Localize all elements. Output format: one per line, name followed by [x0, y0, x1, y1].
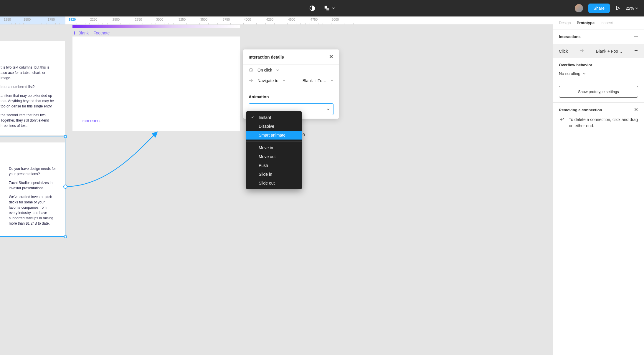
ruler-tick: 4250: [266, 18, 273, 21]
show-prototype-settings-button[interactable]: Show prototype settings: [559, 86, 638, 98]
frame-slide-1[interactable]: t is two text columns, but this is also …: [0, 41, 65, 135]
overflow-behavior-select[interactable]: No scrolling: [559, 71, 638, 76]
canvas[interactable]: t is two text columns, but this is also …: [0, 25, 553, 355]
ruler-tick: 2500: [113, 18, 120, 21]
chevron-down-icon: [332, 7, 335, 10]
slide-text: bout a numbered list?: [1, 84, 55, 89]
ruler-tick: 1500: [24, 18, 31, 21]
dropdown-item[interactable]: Dissolve: [246, 122, 302, 131]
dropdown-item[interactable]: Push: [246, 161, 302, 170]
destination-select[interactable]: Blank + Fo…: [303, 78, 333, 83]
zoom-control[interactable]: 22%: [626, 6, 638, 11]
interactions-title: Interactions: [559, 34, 581, 39]
slide-text: We've crafted investor pitch decks for s…: [9, 194, 56, 226]
delete-connection-icon: [559, 117, 565, 129]
share-button[interactable]: Share: [588, 4, 610, 13]
interaction-destination: Blank + Foo…: [596, 49, 622, 54]
tab-inspect[interactable]: Inspect: [600, 21, 613, 25]
overflow-title: Overflow behavior: [559, 63, 638, 67]
frame-blank-footnote[interactable]: FOOTNOTE: [72, 37, 240, 131]
ruler-tick: 4000: [244, 18, 251, 21]
prototype-connection[interactable]: [64, 131, 164, 195]
frame-label[interactable]: Blank + Footnote: [72, 31, 110, 35]
slide-text: an item that may be extended up to s. An…: [1, 93, 55, 109]
interaction-row[interactable]: Click Blank + Foo…: [553, 44, 644, 58]
ruler-tick: 4500: [288, 18, 295, 21]
dropdown-item[interactable]: Slide in: [246, 170, 302, 179]
interaction-trigger: Click: [559, 49, 568, 54]
component-icon: [72, 31, 77, 35]
footnote-label: FOOTNOTE: [82, 120, 101, 122]
tab-design[interactable]: Design: [559, 21, 571, 25]
inspector-tabs: Design Prototype Inspect: [553, 16, 644, 29]
connection-origin-handle[interactable]: [63, 185, 67, 189]
chevron-down-icon: [635, 7, 638, 10]
arrow-right-icon: [579, 48, 584, 54]
remove-interaction-icon[interactable]: [634, 49, 638, 54]
ruler-tick: 1750: [48, 18, 55, 21]
topbar-center-tools: [309, 5, 335, 11]
dropdown-item[interactable]: Move in: [246, 143, 302, 152]
inspector-panel: Design Prototype Inspect Interactions Cl…: [553, 16, 644, 355]
removing-hint-text: To delete a connection, click and drag o…: [569, 117, 638, 129]
ruler-tick: 2250: [90, 18, 97, 21]
contrast-icon[interactable]: [309, 5, 316, 11]
ruler-tick: 2750: [135, 18, 142, 21]
tab-prototype[interactable]: Prototype: [577, 21, 595, 25]
animation-section-title: Animation: [243, 90, 339, 103]
avatar[interactable]: [575, 4, 583, 12]
ruler-tick: 1920: [69, 18, 76, 21]
close-icon[interactable]: [634, 107, 638, 112]
trigger-select[interactable]: On click: [243, 65, 339, 75]
chevron-down-icon: [583, 72, 586, 75]
panel-title: Interaction details: [249, 55, 284, 59]
frame-slide-2[interactable]: Do you have design needs for your presen…: [0, 142, 65, 237]
slide-text: Zacht Studios specializes in investor pr…: [9, 180, 56, 191]
frame-accent-strip: [72, 25, 240, 28]
svg-rect-2: [326, 8, 329, 10]
dropdown-item[interactable]: Slide out: [246, 179, 302, 188]
dropdown-separator: [246, 141, 302, 142]
ruler-tick: 3750: [223, 18, 230, 21]
action-select[interactable]: Navigate to: [249, 78, 285, 83]
dropdown-item[interactable]: Instant: [246, 113, 302, 122]
close-icon[interactable]: [329, 54, 333, 60]
ruler-tick: 1250: [4, 18, 11, 21]
ruler-tick: 4750: [311, 18, 318, 21]
zoom-value: 22%: [626, 6, 634, 11]
removing-title: Removing a connection: [559, 108, 602, 112]
ruler: 1250150017501920225025002750300032503500…: [0, 16, 553, 25]
slide-text: the second item that has two . Together,…: [1, 112, 55, 128]
chevron-down-icon: [327, 108, 330, 111]
slide-text: t is two text columns, but this is also …: [1, 65, 55, 81]
chevron-down-icon: [276, 69, 279, 72]
dropdown-item[interactable]: Move out: [246, 152, 302, 161]
slide-text: Do you have design needs for your presen…: [9, 166, 56, 177]
component-tool[interactable]: [324, 5, 335, 11]
arrow-right-icon: [249, 78, 253, 83]
present-icon[interactable]: [615, 6, 620, 11]
chevron-down-icon: [331, 79, 333, 82]
topbar: Share 22%: [0, 0, 644, 16]
animation-dropdown: InstantDissolveSmart animate Move inMove…: [246, 111, 302, 189]
ruler-tick: 3500: [200, 18, 207, 21]
interaction-details-panel: Interaction details On click Navigate to…: [243, 49, 339, 119]
dropdown-item[interactable]: Smart animate: [246, 131, 302, 140]
clock-icon: [249, 68, 253, 72]
ruler-tick: 3250: [179, 18, 186, 21]
chevron-down-icon: [283, 79, 285, 82]
ruler-tick: 5000: [332, 18, 339, 21]
add-interaction-icon[interactable]: [634, 34, 638, 39]
ruler-tick: 3000: [156, 18, 163, 21]
